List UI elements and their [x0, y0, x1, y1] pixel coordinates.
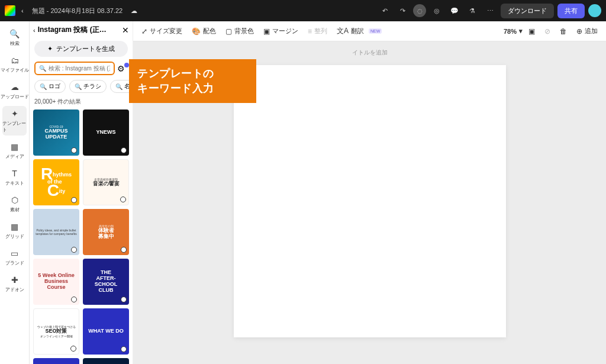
- layers-icon: ▣: [528, 27, 535, 36]
- template-thumb[interactable]: COVID-19CAMPUSUPDATE: [33, 109, 79, 156]
- sidebar-item-text[interactable]: Tテキスト: [0, 166, 29, 189]
- top-bar: ‹ 無題 - 2024年8月18日 08.37.22 ☁ ↶ ↷ ◌ ◎ 💬 ⚗…: [0, 0, 606, 21]
- lock-icon: ⊘: [544, 27, 550, 36]
- margin-button[interactable]: ▣マージン: [260, 25, 302, 37]
- elements-icon: ⬡: [9, 195, 20, 205]
- search-field[interactable]: [49, 65, 110, 72]
- left-sidebar: 🔍検索 🗂マイファイル ☁アップロード ✦テンプレート ▦メディア Tテキスト …: [0, 21, 30, 364]
- bgcolor-button[interactable]: ▢背景色: [222, 25, 257, 37]
- sidebar-item-brand[interactable]: ▭ブランド: [0, 246, 29, 269]
- addon-icon: ✚: [9, 275, 20, 285]
- sidebar-item-addon[interactable]: ✚アドオン: [0, 272, 29, 295]
- panel-back-button[interactable]: ‹: [33, 27, 36, 34]
- results-count: 20,000+ 件の結果: [30, 98, 133, 109]
- template-thumb[interactable]: 5 Week OnlineBusiness Course: [33, 259, 79, 305]
- media-icon: ▦: [9, 141, 20, 152]
- sidebar-item-myfiles[interactable]: 🗂マイファイル: [0, 53, 29, 76]
- lock-button: ⊘: [541, 25, 554, 37]
- translate-button[interactable]: 文A翻訳NEW: [333, 24, 385, 38]
- resize-icon: ⤢: [141, 27, 147, 36]
- annotation-callout: テンプレートの キーワード入力: [129, 59, 256, 103]
- comment-icon[interactable]: 💬: [447, 4, 462, 18]
- chip-logo[interactable]: 🔍ロゴ: [34, 80, 66, 93]
- color-button[interactable]: 🎨配色: [188, 25, 220, 37]
- template-icon: ✦: [9, 108, 20, 119]
- trash-icon: 🗑: [560, 27, 567, 36]
- panel-title: Instagram 投稿 (正…: [38, 25, 120, 35]
- search-icon: 🔍: [40, 83, 47, 90]
- sidebar-item-elements[interactable]: ⬡素材: [0, 192, 29, 215]
- canvas[interactable]: [234, 65, 506, 337]
- avatar[interactable]: [588, 4, 601, 17]
- template-thumb[interactable]: Rhythmsof theCity: [33, 159, 79, 205]
- share-button[interactable]: 共有: [557, 4, 585, 18]
- zoom-control[interactable]: 78%▾: [504, 27, 523, 35]
- user-icon[interactable]: ◌: [413, 4, 426, 17]
- download-button[interactable]: ダウンロード: [501, 4, 554, 18]
- template-thumb[interactable]: Meetings onMondays @ 5pm: [33, 358, 79, 364]
- sidebar-item-templates[interactable]: ✦テンプレート: [2, 106, 27, 136]
- resize-button[interactable]: ⤢サイズ変更: [138, 25, 186, 37]
- canvas-title-placeholder[interactable]: イトルを追加: [352, 49, 388, 57]
- chevron-down-icon: ▾: [519, 27, 523, 35]
- template-search-input[interactable]: 🔍: [34, 62, 115, 75]
- search-icon: 🔍: [39, 65, 46, 72]
- panel-close-button[interactable]: ✕: [122, 25, 129, 35]
- canvas-toolbar: ⤢サイズ変更 🎨配色 ▢背景色 ▣マージン ≡整列 文A翻訳NEW 78%▾ ▣…: [133, 21, 606, 41]
- document-title[interactable]: 無題 - 2024年8月18日 08.37.22: [32, 7, 123, 15]
- sidebar-item-search[interactable]: 🔍検索: [0, 26, 29, 49]
- plus-icon: ⊕: [576, 27, 582, 36]
- align-button: ≡整列: [304, 25, 331, 37]
- bulb-icon[interactable]: ◎: [430, 4, 444, 18]
- square-icon: ▢: [225, 27, 232, 36]
- margin-icon: ▣: [263, 27, 270, 36]
- redo-icon[interactable]: ↷: [395, 4, 410, 18]
- sidebar-item-grid[interactable]: ▦グリッド: [0, 219, 29, 242]
- template-thumb[interactable]: 高学年の部体験者募集中: [83, 209, 129, 255]
- grid-icon: ▦: [9, 221, 20, 232]
- folder-icon: 🗂: [9, 55, 20, 66]
- template-thumb[interactable]: WHAT WE DO: [83, 308, 129, 355]
- filter-button[interactable]: ⚙: [117, 64, 128, 73]
- text-icon: T: [9, 168, 20, 179]
- search-icon: 🔍: [115, 83, 123, 90]
- template-thumb[interactable]: Policy ideas, and simple bullet template…: [33, 209, 79, 255]
- generate-template-button[interactable]: ✦ テンプレートを生成: [34, 41, 128, 57]
- sidebar-item-upload[interactable]: ☁アップロード: [0, 79, 29, 102]
- sparkle-icon: ✦: [47, 45, 53, 53]
- sidebar-item-media[interactable]: ▦メディア: [0, 139, 29, 162]
- brand-icon: ▭: [9, 248, 20, 259]
- template-thumb[interactable]: FUTURE: [83, 358, 129, 364]
- search-icon: 🔍: [9, 28, 20, 39]
- doc-name: 無題: [32, 7, 45, 14]
- search-icon: 🔍: [75, 83, 82, 90]
- template-thumb[interactable]: 名音高校吹奏楽部音楽の饗宴: [83, 159, 129, 205]
- template-panel: ‹ Instagram 投稿 (正… ✕ ✦ テンプレートを生成 🔍 ⚙ 🔍ロゴ…: [30, 21, 133, 364]
- translate-icon: 文A: [337, 26, 349, 36]
- template-grid[interactable]: COVID-19CAMPUSUPDATEYNEWSRhythmsof theCi…: [30, 109, 133, 364]
- trash-button[interactable]: 🗑: [556, 25, 570, 37]
- chip-flyer[interactable]: 🔍チラシ: [69, 80, 107, 93]
- app-logo: [5, 5, 15, 16]
- palette-icon: 🎨: [192, 27, 201, 36]
- beaker-icon[interactable]: ⚗: [465, 4, 479, 18]
- template-thumb[interactable]: YNEWS: [83, 109, 129, 156]
- undo-icon[interactable]: ↶: [378, 4, 392, 18]
- template-thumb[interactable]: ウェブの最上部で差をつけるSEO対策オンラインセミナー開催: [33, 308, 79, 355]
- doc-date: 2024年8月18日 08.37.22: [50, 7, 123, 14]
- upload-icon: ☁: [9, 82, 20, 92]
- add-button[interactable]: ⊕追加: [573, 25, 601, 37]
- template-thumb[interactable]: THEAFTER-SCHOOLCLUB: [83, 259, 129, 305]
- layers-button[interactable]: ▣: [525, 25, 539, 37]
- more-icon[interactable]: ⋯: [483, 4, 497, 18]
- align-icon: ≡: [308, 27, 312, 36]
- cloud-sync-icon[interactable]: ☁: [131, 7, 137, 15]
- back-button[interactable]: ‹: [19, 6, 26, 15]
